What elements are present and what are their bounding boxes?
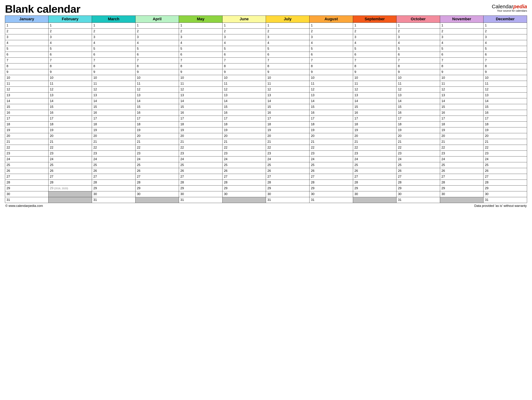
day-cell: 10 xyxy=(49,75,92,81)
day-cell: 20 xyxy=(135,133,179,139)
day-cell: 10 xyxy=(266,75,310,81)
day-cell: 2 xyxy=(179,29,222,34)
day-cell: 13 xyxy=(135,92,179,98)
day-cell: 30 xyxy=(135,191,179,197)
day-cell: 13 xyxy=(179,92,222,98)
day-cell: 25 xyxy=(483,162,527,168)
day-cell: 15 xyxy=(222,104,266,110)
day-cell xyxy=(353,197,397,203)
day-cell: 30 xyxy=(353,191,397,197)
day-cell: 15 xyxy=(179,104,222,110)
month-header: September xyxy=(353,16,397,23)
day-cell: 25 xyxy=(179,162,222,168)
day-cell: 4 xyxy=(266,40,310,46)
day-cell: 16 xyxy=(5,110,49,116)
day-cell: 11 xyxy=(179,81,222,87)
day-cell: 26 xyxy=(440,168,484,174)
day-cell: 26 xyxy=(266,168,310,174)
day-cell: 3 xyxy=(483,34,527,40)
day-cell: 26 xyxy=(397,168,440,174)
day-cell: 10 xyxy=(179,75,222,81)
day-cell: 12 xyxy=(483,87,527,92)
day-cell: 19 xyxy=(440,127,484,133)
day-cell: 17 xyxy=(440,116,484,122)
day-cell: 13 xyxy=(5,92,49,98)
day-cell: 15 xyxy=(49,104,92,110)
day-cell: 2 xyxy=(222,29,266,34)
day-cell: 31 xyxy=(483,197,527,203)
day-cell: 8 xyxy=(397,63,440,69)
day-cell: 4 xyxy=(92,40,135,46)
day-cell: 27 xyxy=(440,174,484,180)
day-cell: 16 xyxy=(310,110,353,116)
day-cell: 6 xyxy=(266,52,310,58)
day-cell: 17 xyxy=(310,116,353,122)
day-cell: 2 xyxy=(397,29,440,34)
day-cell: 26 xyxy=(310,168,353,174)
day-cell: 9 xyxy=(266,69,310,75)
day-cell: 27 xyxy=(266,174,310,180)
day-cell: 7 xyxy=(397,58,440,63)
day-cell: 15 xyxy=(135,104,179,110)
day-cell: 3 xyxy=(222,34,266,40)
day-cell: 24 xyxy=(92,156,135,162)
footer-right: Data provided 'as is' without warranty xyxy=(474,204,527,208)
day-cell: 9 xyxy=(135,69,179,75)
month-header: June xyxy=(222,16,266,23)
day-cell: 17 xyxy=(397,116,440,122)
day-cell: 16 xyxy=(92,110,135,116)
day-cell: 14 xyxy=(179,98,222,104)
day-cell: 12 xyxy=(266,87,310,92)
day-cell: 30 xyxy=(92,191,135,197)
day-cell: 13 xyxy=(353,92,397,98)
day-cell: 7 xyxy=(135,58,179,63)
month-header: May xyxy=(179,16,222,23)
day-cell: 11 xyxy=(483,81,527,87)
day-cell: 11 xyxy=(92,81,135,87)
day-cell: 28 xyxy=(310,180,353,185)
day-cell: 31 xyxy=(179,197,222,203)
brand-name: Calendarpedia xyxy=(492,4,527,9)
day-cell: 20 xyxy=(353,133,397,139)
day-cell: 7 xyxy=(5,58,49,63)
day-cell: 3 xyxy=(179,34,222,40)
day-cell: 20 xyxy=(266,133,310,139)
day-cell: 25 xyxy=(222,162,266,168)
calendar-table: JanuaryFebruaryMarchAprilMayJuneJulyAugu… xyxy=(5,16,527,203)
day-cell: 21 xyxy=(222,139,266,145)
day-cell: 18 xyxy=(397,122,440,127)
day-cell: 8 xyxy=(92,63,135,69)
day-cell: 4 xyxy=(483,40,527,46)
day-cell: 14 xyxy=(5,98,49,104)
day-cell: 21 xyxy=(353,139,397,145)
day-cell: 12 xyxy=(397,87,440,92)
day-cell: 28 xyxy=(49,180,92,185)
day-cell xyxy=(135,197,179,203)
day-cell: 2 xyxy=(353,29,397,34)
day-cell: 6 xyxy=(310,52,353,58)
footer-left: © www.calendarpedia.com xyxy=(5,204,43,208)
day-cell: 27 xyxy=(353,174,397,180)
day-cell: 27 xyxy=(310,174,353,180)
day-cell: 24 xyxy=(310,156,353,162)
day-cell: 31 xyxy=(266,197,310,203)
day-cell: 22 xyxy=(49,145,92,151)
day-cell: 12 xyxy=(92,87,135,92)
day-cell: 28 xyxy=(5,180,49,185)
day-cell: 14 xyxy=(440,98,484,104)
day-cell: 14 xyxy=(353,98,397,104)
day-cell: 24 xyxy=(353,156,397,162)
day-cell: 29 xyxy=(135,185,179,191)
day-cell: 8 xyxy=(5,63,49,69)
day-cell: 6 xyxy=(440,52,484,58)
day-cell: 11 xyxy=(49,81,92,87)
day-cell: 25 xyxy=(5,162,49,168)
day-cell: 30 xyxy=(5,191,49,197)
day-cell: 9 xyxy=(92,69,135,75)
day-cell: 20 xyxy=(92,133,135,139)
day-cell: 6 xyxy=(397,52,440,58)
day-cell: 1 xyxy=(49,23,92,29)
day-cell: 5 xyxy=(440,46,484,52)
day-cell: 6 xyxy=(135,52,179,58)
day-cell: 30 xyxy=(397,191,440,197)
